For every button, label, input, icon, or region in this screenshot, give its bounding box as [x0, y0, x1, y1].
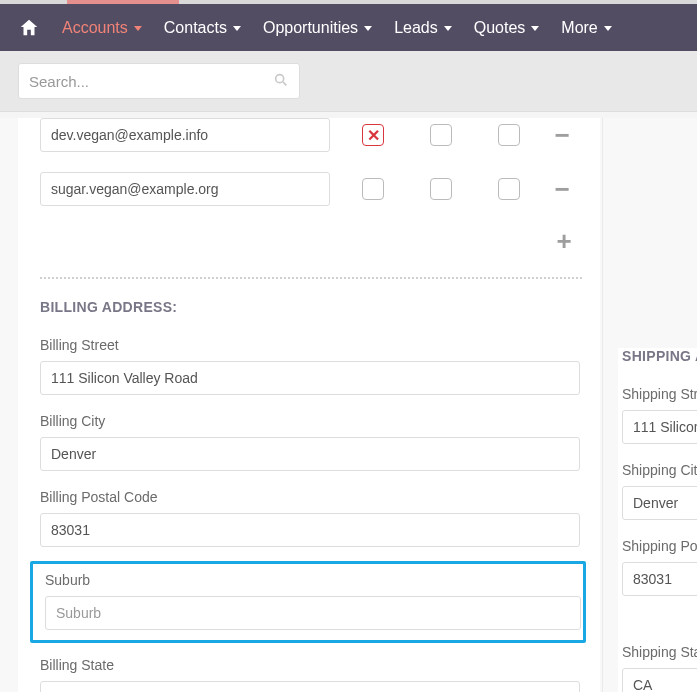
chevron-down-icon [134, 26, 142, 31]
billing-postal-input[interactable] [40, 513, 580, 547]
dotted-divider [40, 277, 582, 279]
home-icon[interactable] [18, 17, 40, 39]
nav-label: Accounts [62, 19, 128, 37]
nav-contacts[interactable]: Contacts [164, 19, 241, 37]
billing-street-input[interactable] [40, 361, 580, 395]
suburb-highlight: Suburb [30, 561, 586, 643]
email-field[interactable] [40, 118, 330, 152]
nav-opportunities[interactable]: Opportunities [263, 19, 372, 37]
nav-label: Quotes [474, 19, 526, 37]
chevron-down-icon [531, 26, 539, 31]
billing-street-label: Billing Street [40, 337, 582, 353]
nav-accounts[interactable]: Accounts [62, 19, 142, 37]
svg-line-1 [283, 82, 286, 85]
remove-email-button[interactable]: − [552, 120, 572, 151]
primary-checkbox[interactable]: ✕ [362, 124, 384, 146]
primary-checkbox[interactable] [362, 178, 384, 200]
shipping-panel: SHIPPING A Shipping Stre Shipping City S… [618, 348, 697, 692]
nav-label: More [561, 19, 597, 37]
shipping-street-label: Shipping Stre [622, 386, 697, 402]
main-nav: Accounts Contacts Opportunities Leads Qu… [0, 4, 697, 51]
shipping-city-input[interactable] [622, 486, 697, 520]
invalid-checkbox[interactable] [498, 178, 520, 200]
nav-leads[interactable]: Leads [394, 19, 452, 37]
chevron-down-icon [233, 26, 241, 31]
chevron-down-icon [444, 26, 452, 31]
nav-label: Leads [394, 19, 438, 37]
suburb-label: Suburb [45, 572, 575, 588]
chevron-down-icon [364, 26, 372, 31]
shipping-state-input[interactable] [622, 668, 697, 692]
nav-quotes[interactable]: Quotes [474, 19, 540, 37]
shipping-section-title: SHIPPING A [622, 348, 697, 364]
content-area: ✕ − − + BILLING ADDRESS: Billing Street … [0, 118, 697, 692]
search-bar[interactable] [18, 63, 300, 99]
svg-point-0 [276, 74, 284, 82]
billing-state-label: Billing State [40, 657, 582, 673]
billing-state-input[interactable] [40, 681, 580, 692]
nav-label: Opportunities [263, 19, 358, 37]
active-tab-accent [67, 0, 179, 4]
chevron-down-icon [604, 26, 612, 31]
invalid-checkbox[interactable] [498, 124, 520, 146]
shipping-postal-input[interactable] [622, 562, 697, 596]
billing-postal-label: Billing Postal Code [40, 489, 582, 505]
nav-label: Contacts [164, 19, 227, 37]
email-field[interactable] [40, 172, 330, 206]
shipping-state-label: Shipping Sta [622, 644, 697, 660]
vertical-divider [602, 118, 603, 692]
shipping-street-input[interactable] [622, 410, 697, 444]
top-accent-bar [0, 0, 697, 4]
suburb-input[interactable] [45, 596, 581, 630]
email-row: ✕ − [40, 118, 582, 152]
shipping-city-label: Shipping City [622, 462, 697, 478]
remove-email-button[interactable]: − [552, 174, 572, 205]
billing-panel: ✕ − − + BILLING ADDRESS: Billing Street … [18, 118, 600, 692]
add-email-button[interactable]: + [554, 226, 574, 257]
billing-city-label: Billing City [40, 413, 582, 429]
optout-checkbox[interactable] [430, 124, 452, 146]
search-icon[interactable] [273, 72, 289, 91]
search-input[interactable] [29, 73, 249, 90]
email-row: − [40, 172, 582, 206]
search-bar-container [0, 51, 697, 112]
shipping-postal-label: Shipping Pos [622, 538, 697, 554]
optout-checkbox[interactable] [430, 178, 452, 200]
billing-city-input[interactable] [40, 437, 580, 471]
billing-section-title: BILLING ADDRESS: [40, 299, 582, 315]
nav-more[interactable]: More [561, 19, 611, 37]
